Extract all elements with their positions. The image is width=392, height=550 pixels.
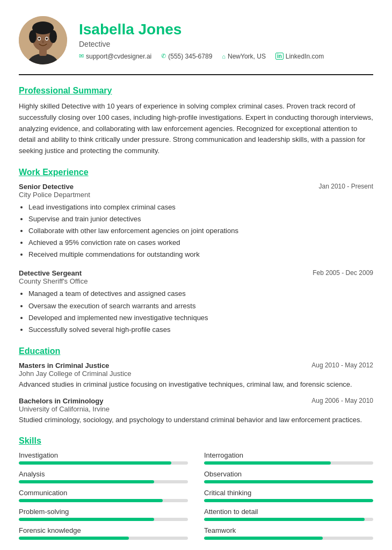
job-entry-2: Detective Sergeant Feb 2005 - Dec 2009 C… [19, 269, 373, 335]
skill-bar-bg [204, 461, 373, 465]
bullet: Collaborate with other law enforcement a… [28, 225, 373, 237]
edu-header-1: Masters in Criminal Justice Aug 2010 - M… [19, 361, 373, 370]
skill-item: Interrogation [204, 451, 373, 465]
edu-date-1: Aug 2010 - May 2012 [311, 361, 373, 369]
edu-header-2: Bachelors in Criminology Aug 2006 - May … [19, 397, 373, 405]
skill-bar-fill [19, 499, 163, 502]
job-bullets-1: Lead investigations into complex crimina… [28, 201, 373, 260]
skill-item: Attention to detail [204, 508, 373, 521]
bullet: Lead investigations into complex crimina… [28, 201, 373, 213]
skill-label: Attention to detail [204, 508, 373, 516]
edu-date-2: Aug 2006 - May 2010 [311, 397, 373, 404]
skill-label: Interrogation [204, 451, 373, 459]
linkedin-icon: in [275, 53, 284, 60]
professional-summary-section: Professional Summary Highly skilled Dete… [19, 86, 373, 157]
skills-grid: Investigation Interrogation Analysis Obs… [19, 451, 373, 545]
edu-desc-1: Advanced studies in criminal justice foc… [19, 379, 373, 390]
linkedin-text: LinkedIn.com [286, 53, 324, 60]
skill-label: Teamwork [204, 526, 373, 534]
edu-entry-1: Masters in Criminal Justice Aug 2010 - M… [19, 361, 373, 390]
svg-point-11 [42, 41, 44, 44]
email-icon: ✉ [79, 53, 84, 60]
contact-phone: ✆ (555) 345-6789 [161, 53, 212, 60]
skill-label: Problem-solving [19, 508, 188, 516]
bullet: Successfully solved several high-profile… [28, 324, 373, 336]
education-section: Education Masters in Criminal Justice Au… [19, 346, 373, 425]
work-experience-section: Work Experience Senior Detective Jan 201… [19, 168, 373, 336]
skill-bar-fill [19, 537, 129, 540]
skill-bar-fill [204, 537, 323, 540]
skill-bar-fill [19, 461, 171, 465]
contact-location: ⌂ NewYork, US [222, 53, 266, 60]
bullet: Received multiple commendations for outs… [28, 249, 373, 260]
skill-item: Problem-solving [19, 508, 188, 521]
svg-point-5 [29, 30, 37, 43]
edu-entry-2: Bachelors in Criminology Aug 2006 - May … [19, 397, 373, 425]
job-entry-1: Senior Detective Jan 2010 - Present City… [19, 183, 373, 260]
skill-bar-fill [204, 461, 331, 465]
skill-bar-bg [19, 480, 188, 483]
contact-email: ✉ support@cvdesigner.ai [79, 53, 151, 60]
bullet: Achieved a 95% conviction rate on cases … [28, 237, 373, 249]
bullet: Oversaw the execution of search warrants… [28, 300, 373, 312]
skill-item: Critical thinking [204, 489, 373, 502]
summary-text: Highly skilled Detective with 10 years o… [19, 101, 373, 157]
job-header-1: Senior Detective Jan 2010 - Present [19, 183, 373, 191]
skill-label: Forensic knowledge [19, 526, 188, 534]
skill-bar-fill [19, 518, 154, 521]
skill-bar-fill [19, 480, 154, 483]
bullet: Supervise and train junior detectives [28, 213, 373, 225]
skill-bar-bg [19, 461, 188, 465]
skill-bar-fill [204, 518, 365, 521]
job-company-2: County Sheriff's Office [19, 277, 373, 285]
skill-label: Analysis [19, 470, 188, 478]
skills-title: Skills [19, 436, 373, 446]
skill-bar-bg [204, 480, 373, 483]
location-text: NewYork, US [228, 53, 266, 60]
skill-bar-bg [19, 518, 188, 521]
skill-item: Forensic knowledge [19, 526, 188, 540]
job-header-2: Detective Sergeant Feb 2005 - Dec 2009 [19, 269, 373, 277]
professional-summary-title: Professional Summary [19, 86, 373, 96]
job-title-1: Senior Detective [19, 183, 74, 191]
job-title: Detective [79, 40, 373, 48]
skill-item: Communication [19, 489, 188, 502]
skill-item: Observation [204, 470, 373, 483]
bullet: Managed a team of detectives and assigne… [28, 288, 373, 300]
header-info: Isabella Jones Detective ✉ support@cvdes… [79, 21, 373, 60]
email-text: support@cvdesigner.ai [86, 53, 151, 60]
svg-point-9 [38, 38, 40, 40]
skill-item: Teamwork [204, 526, 373, 540]
svg-point-6 [49, 30, 57, 43]
contact-list: ✉ support@cvdesigner.ai ✆ (555) 345-6789… [79, 53, 373, 60]
edu-school-2: University of California, Irvine [19, 405, 373, 413]
avatar [19, 16, 67, 64]
skill-label: Observation [204, 470, 373, 478]
work-experience-title: Work Experience [19, 168, 373, 177]
education-title: Education [19, 346, 373, 356]
skill-bar-bg [204, 518, 373, 521]
skill-bar-bg [204, 537, 373, 540]
svg-point-10 [46, 38, 48, 40]
job-title-2: Detective Sergeant [19, 269, 82, 277]
skills-section: Skills Investigation Interrogation Analy… [19, 436, 373, 545]
phone-text: (555) 345-6789 [168, 53, 212, 60]
edu-degree-1: Masters in Criminal Justice [19, 361, 109, 370]
edu-school-1: John Jay College of Criminal Justice [19, 370, 373, 378]
skill-label: Communication [19, 489, 188, 497]
skill-bar-bg [204, 499, 373, 502]
skill-bar-fill [204, 499, 373, 502]
skill-bar-bg [19, 499, 188, 502]
phone-icon: ✆ [161, 53, 166, 60]
skill-item: Investigation [19, 451, 188, 465]
job-date-2: Feb 2005 - Dec 2009 [313, 269, 373, 277]
skill-label: Investigation [19, 451, 188, 459]
skill-item: Analysis [19, 470, 188, 483]
bullet: Developed and implemented new investigat… [28, 312, 373, 324]
resume-header: Isabella Jones Detective ✉ support@cvdes… [19, 16, 373, 75]
edu-desc-2: Studied criminology, sociology, and psyc… [19, 415, 373, 425]
job-bullets-2: Managed a team of detectives and assigne… [28, 288, 373, 335]
job-company-1: City Police Department [19, 191, 373, 199]
skill-bar-bg [19, 537, 188, 540]
full-name: Isabella Jones [79, 21, 373, 38]
